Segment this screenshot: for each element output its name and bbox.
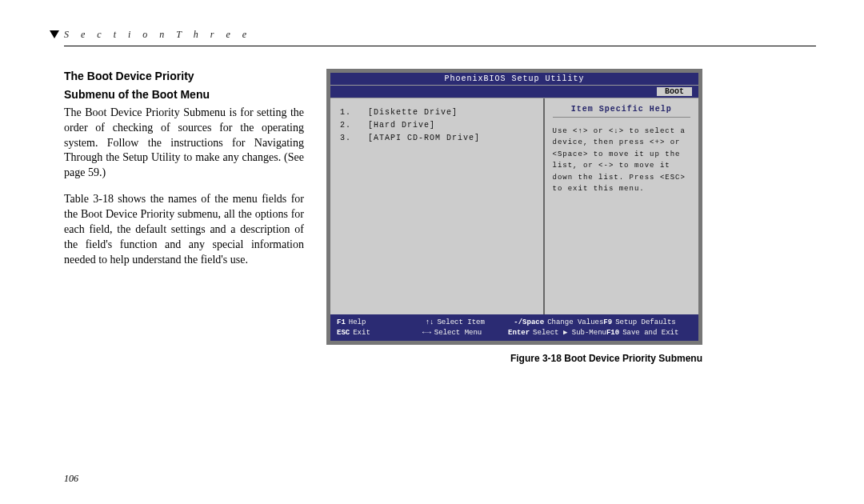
figure-caption: Figure 3-18 Boot Device Priority Submenu xyxy=(326,353,702,364)
section-label: S e c t i o n T h r e e xyxy=(64,29,251,40)
body-text-column: The Boot Device Priority Submenu of the … xyxy=(64,69,304,364)
footer-label-change-values: Change Values xyxy=(547,318,603,326)
section-marker-icon xyxy=(50,30,59,38)
footer-label-help: Help xyxy=(349,318,366,326)
footer-key-f10: F10 xyxy=(606,329,619,337)
footer-label-save-exit: Save and Exit xyxy=(622,329,678,337)
bios-help-body: Use <↑> or <↓> to select a device, then … xyxy=(553,126,691,194)
footer-label-select-submenu: Select ▶ Sub-Menu xyxy=(533,329,606,337)
article-paragraph-1: The Boot Device Priority Submenu is for … xyxy=(64,106,304,181)
bios-device-3: 3. [ATAPI CD-ROM Drive] xyxy=(340,134,480,142)
bios-device-1: 1. [Diskette Drive] xyxy=(340,108,458,117)
bios-help-title: Item Specific Help xyxy=(553,105,691,118)
footer-key-f1: F1 xyxy=(337,318,346,326)
article-heading-line1: The Boot Device Priority xyxy=(64,69,304,84)
bios-tab-boot: Boot xyxy=(657,87,692,96)
footer-key-f9: F9 xyxy=(603,318,612,326)
bios-device-list: 1. [Diskette Drive] 2. [Hard Drive] 3. [… xyxy=(330,98,545,314)
bios-title-bar: PhoenixBIOS Setup Utility xyxy=(330,73,698,86)
footer-label-select-menu: Select Menu xyxy=(434,329,482,337)
footer-label-exit: Exit xyxy=(353,329,370,337)
bios-device-2: 2. [Hard Drive] xyxy=(340,121,435,130)
article-heading-line2: Submenu of the Boot Menu xyxy=(64,87,304,102)
footer-key-leftright: ←→ xyxy=(422,329,431,337)
page-number: 106 xyxy=(64,473,78,485)
bios-help-panel: Item Specific Help Use <↑> or <↓> to sel… xyxy=(545,98,699,314)
footer-key-updown: ↑↓ xyxy=(426,318,434,326)
footer-key-enter: Enter xyxy=(508,329,530,337)
footer-label-select-item: Select Item xyxy=(437,318,484,326)
bios-footer: F1Help ↑↓Select Item -/SpaceChange Value… xyxy=(330,314,698,341)
bios-screenshot: PhoenixBIOS Setup Utility Boot 1. [Diske… xyxy=(326,69,702,345)
section-header: S e c t i o n T h r e e xyxy=(64,29,816,41)
article-paragraph-2: Table 3-18 shows the names of the menu f… xyxy=(64,192,304,267)
footer-key-minus-space: -/Space xyxy=(514,318,544,326)
footer-label-setup-defaults: Setup Defaults xyxy=(615,318,676,326)
bios-tab-row: Boot xyxy=(330,86,698,98)
header-rule xyxy=(64,46,816,46)
footer-key-esc: ESC xyxy=(337,329,350,337)
